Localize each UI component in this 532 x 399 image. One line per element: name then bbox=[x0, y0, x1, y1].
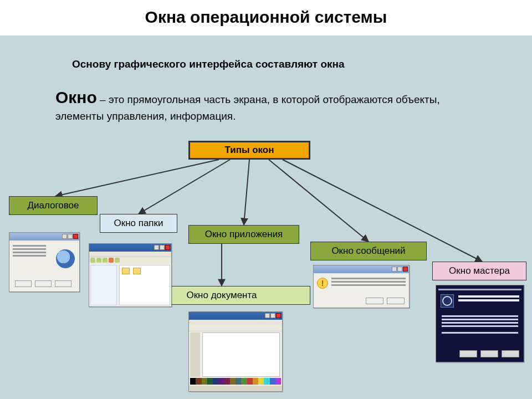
node-wizard-window: Окно мастера bbox=[432, 262, 526, 280]
thumb-wizard-window bbox=[436, 285, 524, 362]
node-message-window: Окно сообщений bbox=[310, 242, 427, 260]
diagram-canvas: Основу графического интерфейса составляю… bbox=[0, 35, 532, 399]
thumb-document-window bbox=[188, 311, 283, 392]
node-dialog-window: Диалоговое bbox=[9, 196, 98, 215]
svg-line-0 bbox=[55, 160, 219, 196]
thumb-dialog-window bbox=[9, 232, 80, 292]
svg-line-2 bbox=[244, 160, 249, 225]
root-node-window-types: Типы окон bbox=[188, 141, 310, 160]
color-palette bbox=[190, 378, 281, 385]
thumb-message-window: ! bbox=[313, 265, 410, 308]
page-title: Окна операционной системы bbox=[0, 8, 532, 27]
intro-text: Основу графического интерфейса составляю… bbox=[72, 58, 460, 71]
node-application-window: Окно приложения bbox=[188, 225, 299, 244]
definition-body: – это прямоугольная часть экрана, в кото… bbox=[55, 94, 440, 122]
svg-line-1 bbox=[139, 160, 230, 214]
node-folder-window: Окно папки bbox=[100, 214, 177, 233]
thumb-folder-window bbox=[89, 243, 172, 307]
definition-term: Окно bbox=[55, 88, 97, 106]
title-area: Окна операционной системы bbox=[0, 0, 532, 35]
definition-text: Окно – это прямоугольная часть экрана, в… bbox=[55, 86, 477, 123]
